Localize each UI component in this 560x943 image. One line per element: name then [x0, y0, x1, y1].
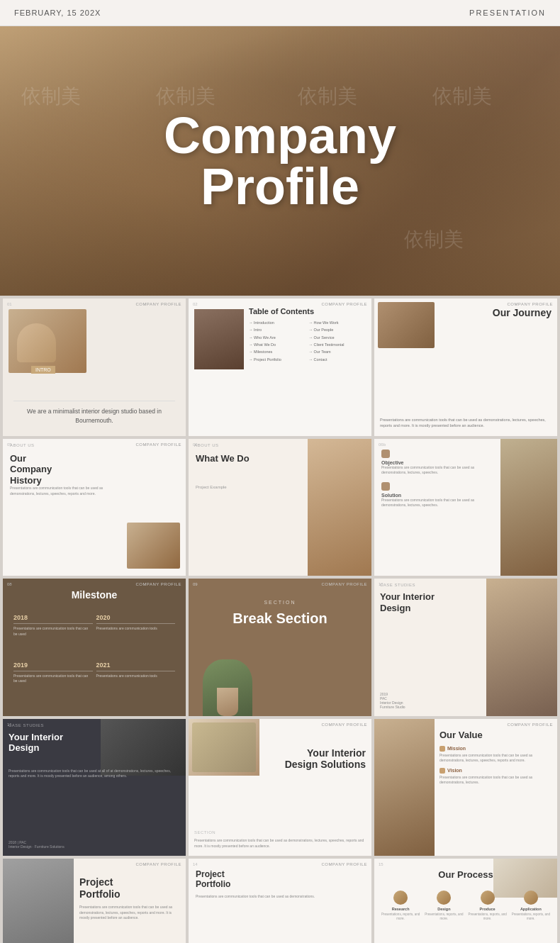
ms-line-1	[13, 623, 93, 624]
history-description: Presentations are communication tools th…	[10, 485, 125, 496]
journey-arch-image	[378, 302, 435, 348]
vision-icon	[439, 768, 445, 774]
obj-icon-1	[381, 450, 390, 458]
slide-label-solutions: COMPANY PROFILE	[321, 722, 367, 727]
ms-item-2019: 2019 Presentations are communication too…	[13, 662, 93, 705]
ms-item-2018: 2018 Presentations are communication too…	[13, 614, 93, 658]
ms-year-4: 2021	[96, 662, 176, 669]
value-room-image	[374, 719, 435, 856]
history-section-label: ABOUT US	[10, 443, 35, 447]
process-step-icon-3	[481, 891, 495, 905]
case2-description: Presentations are communication tools th…	[9, 769, 180, 779]
portfolio2-title: ProjectPortfolio	[196, 869, 230, 890]
case1-section-label: CASE STUDIES	[380, 583, 415, 587]
process-steps: Research Presentations, reports, and mor…	[380, 891, 551, 922]
slide-toc: 02 COMPANY PROFILE Table of Contents → I…	[189, 298, 371, 436]
value-content: Our Value Mission Presentations are comm…	[439, 730, 553, 790]
journey-title-text: Our Journey	[493, 307, 551, 318]
slide-label-break: COMPANY PROFILE	[321, 582, 367, 586]
ms-year-2: 2020	[96, 614, 176, 621]
slide-history: 05 COMPANY PROFILE ABOUT US OurCompanyHi…	[3, 439, 186, 576]
toc-item-6: → Project Portfolio	[249, 357, 308, 363]
header-date: FEBRUARY, 15 202X	[14, 9, 101, 17]
case2-section-label: CASE STUDIES	[9, 723, 44, 727]
value-vision: Vision Presentations are communication t…	[439, 768, 553, 786]
toc-item-10: → Client Testimonial	[309, 342, 369, 348]
break-vase-shape	[217, 688, 238, 716]
case2-info: 2018 | PAC Interior Design · Furniture S…	[9, 840, 65, 849]
obj-item-1: Objective Presentations are communicatio…	[381, 450, 495, 475]
case2-client: Interior Design · Furniture Solutions	[9, 844, 65, 849]
slide-num-toc: 02	[193, 302, 198, 306]
toc-items-list: → Introduction → How We Work → Intro → O…	[249, 320, 368, 363]
process-step-label-3: Produce	[467, 907, 508, 911]
process-step-2: Design Presentations, reports, and more.	[423, 891, 464, 922]
hero-title-line2: Profile	[201, 158, 359, 215]
obj-text-1: Presentations are communication tools th…	[381, 465, 495, 475]
slide-label-portfolio2: COMPANY PROFILE	[321, 862, 367, 866]
obj-text-2: Presentations are communication tools th…	[381, 498, 495, 508]
solutions-chair-shape	[192, 722, 256, 772]
whatwedo-title: What We Do	[196, 453, 250, 464]
slide-num-objective: 06b	[379, 442, 386, 447]
value-title: Our Value	[439, 730, 553, 740]
hero-title: Company Profile	[164, 110, 396, 212]
toc-item-9: → Our Service	[309, 335, 369, 341]
solutions-text: Presentations are communication tools th…	[194, 838, 366, 849]
break-title: Break Section	[189, 610, 371, 627]
ms-desc-2: Presentations are communication tools	[96, 626, 176, 632]
toc-item-7: → How We Work	[309, 320, 369, 326]
slide-case2: 11 COMPANY PROFILE CASE STUDIES Your Int…	[3, 719, 186, 856]
slide-break: 09 COMPANY PROFILE SECTION Break Section	[189, 579, 371, 716]
ms-line-3	[13, 671, 93, 671]
slide-label-milestone: COMPANY PROFILE	[135, 582, 181, 586]
process-step-icon-2	[437, 891, 451, 905]
toc-item-12: → Contact	[309, 357, 369, 363]
milestone-timeline: 2018 Presentations are communication too…	[13, 614, 175, 705]
process-step-label-4: Application	[510, 907, 551, 911]
page-header: FEBRUARY, 15 202X PRESENTATION	[0, 0, 560, 26]
slide-num-milestone: 08	[7, 582, 12, 586]
ms-line-2	[96, 623, 176, 624]
case2-room-image	[101, 719, 186, 776]
case1-room-image	[486, 579, 557, 716]
slide-num-portfolio2: 14	[193, 862, 198, 866]
ms-item-2020: 2020 Presentations are communication too…	[96, 614, 176, 658]
milestone-title: Milestone	[3, 589, 186, 601]
toc-title: Table of Contents	[249, 307, 368, 316]
toc-item-2: → Intro	[249, 327, 308, 333]
process-step-text-3: Presentations, reports, and more.	[467, 913, 508, 922]
slide-case1: 10 COMPANY PROFILE CASE STUDIES Your Int…	[374, 579, 557, 716]
slide-num-intro: 01	[7, 302, 12, 306]
journey-title: Our Journey	[493, 307, 551, 319]
ms-year-1: 2018	[13, 614, 93, 621]
process-step-icon-4	[524, 891, 538, 905]
process-step-1: Research Presentations, reports, and mor…	[380, 891, 421, 922]
obj-item-2: Solution Presentations are communication…	[381, 482, 495, 508]
toc-item-8: → Our People	[309, 327, 369, 333]
case1-title: Your InteriorDesign	[380, 591, 435, 613]
slide-milestone: 08 COMPANY PROFILE Milestone 2018 Presen…	[3, 579, 186, 716]
toc-person-image	[194, 309, 244, 369]
portfolio2-description: Presentations are communication tools th…	[196, 894, 364, 900]
slide-portfolio1: 13 COMPANY PROFILE ProjectPortfolio Pres…	[3, 859, 186, 943]
process-step-3: Produce Presentations, reports, and more…	[467, 891, 508, 922]
header-presentation-label: PRESENTATION	[469, 9, 546, 17]
process-step-text-1: Presentations, reports, and more.	[380, 913, 421, 922]
solutions-sofa-image	[189, 719, 259, 776]
case1-client: Furniture Studio	[380, 705, 405, 709]
obj-title-1: Objective	[381, 460, 495, 465]
case1-role: Interior Design	[380, 701, 405, 705]
toc-item-4: → What We Do	[249, 342, 308, 348]
process-step-4: Application Presentations, reports, and …	[510, 891, 551, 922]
history-lamp-image	[127, 523, 180, 569]
whatwedo-section-label: ABOUT US	[194, 443, 219, 447]
obj-title-2: Solution	[381, 493, 495, 498]
obj-icon-2	[381, 482, 390, 491]
ms-item-2021: 2021 Presentations are communication too…	[96, 662, 176, 705]
solutions-title: Your InteriorDesign Solutions	[285, 747, 366, 771]
break-section-label: SECTION	[189, 600, 371, 605]
toc-item-11: → Our Team	[309, 349, 369, 355]
slide-intro: 01 COMPANY PROFILE INTRO We are a minima…	[3, 298, 186, 436]
whatwedo-room-image	[308, 439, 371, 576]
